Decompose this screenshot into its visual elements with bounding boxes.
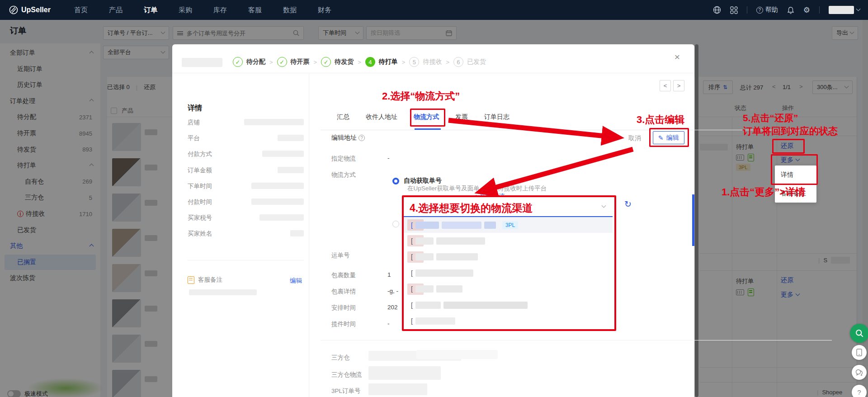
step-circle: ✓ — [321, 57, 331, 67]
nav-item-首页[interactable]: 首页 — [74, 6, 88, 14]
redacted-detail-value — [290, 230, 304, 236]
prev-order-button[interactable]: < — [660, 80, 671, 91]
step-label: 待开票 — [291, 58, 310, 66]
redacted-detail-value — [251, 198, 304, 205]
tab-汇总[interactable]: 汇总 — [337, 113, 349, 121]
order-step-已发货: 6已发货 — [453, 57, 486, 67]
nav-item-订单[interactable]: 订单 — [144, 6, 157, 14]
nav-item-财务[interactable]: 财务 — [318, 6, 331, 14]
mobile-phone-icon — [856, 349, 862, 356]
language-globe-icon[interactable] — [713, 6, 721, 14]
detail-label-平台: 平台 — [188, 134, 200, 142]
step-circle: ✓ — [277, 57, 287, 67]
nav-item-产品[interactable]: 产品 — [109, 6, 123, 14]
redacted-value — [416, 350, 498, 359]
warehouse-label: 三方仓 — [331, 354, 350, 362]
quick-search-fab[interactable] — [850, 324, 868, 343]
waybill-label: 运单号 — [331, 251, 350, 260]
logistics-option[interactable]: [3PL — [404, 217, 613, 233]
tab-物流方式[interactable]: 物流方式 — [414, 113, 439, 121]
note-edit-link[interactable]: 编辑 — [290, 277, 302, 285]
notification-bell-icon[interactable] — [787, 6, 794, 14]
detail-label-订单金额: 订单金额 — [188, 166, 212, 175]
order-step-待发货: ✓待发货 — [321, 57, 354, 67]
nav-item-库存[interactable]: 库存 — [213, 6, 227, 14]
step-label: 待打单 — [379, 58, 398, 66]
list-scrollbar-thumb[interactable] — [692, 194, 694, 246]
cancel-button[interactable]: 取消 — [628, 134, 641, 142]
annotation-step2: 2.选择“物流方式” — [382, 90, 460, 103]
help-button[interactable]: ? 帮助 — [756, 6, 778, 14]
step-circle: 5 — [409, 57, 419, 67]
redacted-option-text — [415, 302, 441, 309]
redacted-detail-value — [251, 183, 304, 189]
step-separator-icon: > — [446, 59, 449, 66]
assigned-logistics-value: - — [387, 155, 390, 161]
detail-label-买家姓名: 买家姓名 — [188, 230, 212, 238]
tab-订单日志[interactable]: 订单日志 — [484, 113, 509, 121]
next-order-button[interactable]: > — [673, 80, 684, 91]
detail-tabs: 汇总收件人地址物流方式发票订单日志 — [337, 113, 509, 121]
help-label: 帮助 — [765, 6, 778, 14]
detail-label-店铺: 店铺 — [188, 118, 200, 127]
logistics-option[interactable]: [ — [404, 313, 613, 329]
logistics-option[interactable]: [ — [404, 233, 613, 249]
step-circle: ✓ — [233, 57, 243, 67]
tab-收件人地址[interactable]: 收件人地址 — [366, 113, 397, 121]
faq-help-button[interactable]: ? — [852, 385, 867, 397]
active-tab-underline — [415, 128, 441, 130]
user-account-menu[interactable] — [829, 6, 860, 14]
settings-gear-icon[interactable]: ⚙ — [803, 5, 810, 15]
apps-grid-icon[interactable] — [730, 6, 738, 14]
logistics-option[interactable]: [ — [404, 265, 613, 281]
step-separator-icon: > — [402, 59, 406, 66]
option-bracket: [ — [411, 237, 413, 245]
modal-header: ✓待分配>✓待开票>✓待发货>4待打单>5待揽收>6已发货 × — [172, 44, 694, 73]
logistics-method-label: 物流方式 — [331, 171, 356, 179]
redacted-detail-value — [278, 135, 304, 141]
menu-item-详情[interactable]: 详情 — [775, 165, 816, 184]
service-note-label: 客服备注 — [198, 276, 222, 284]
step-separator-icon: > — [269, 59, 273, 66]
close-icon[interactable]: × — [675, 52, 680, 62]
logistics-dropdown: [3PL[[[[[[ — [404, 197, 613, 328]
nav-item-采购[interactable]: 采购 — [179, 6, 192, 14]
nav-item-客服[interactable]: 客服 — [248, 6, 262, 14]
tab-发票[interactable]: 发票 — [455, 113, 468, 121]
detail-label-买家税号: 买家税号 — [188, 214, 212, 222]
order-step-待分配: ✓待分配 — [233, 57, 265, 67]
service-note-row: 客服备注 — [188, 276, 222, 284]
step-label: 已发货 — [467, 58, 486, 66]
step-label: 待分配 — [246, 58, 265, 66]
logistics-option[interactable]: [ — [404, 249, 613, 265]
redacted-value — [368, 366, 441, 380]
redacted-detail-value — [262, 151, 304, 157]
redacted-detail-value — [259, 214, 304, 221]
edit-address-row: 编辑地址? — [331, 134, 365, 142]
pickup-time-value: - — [387, 320, 390, 327]
redacted-option-text — [415, 269, 473, 277]
option-bracket: [ — [411, 269, 413, 277]
chevron-down-icon — [602, 203, 606, 208]
order-steps: ✓待分配>✓待开票>✓待发货>4待打单>5待揽收>6已发货 — [233, 57, 486, 67]
refresh-icon[interactable]: ↻ — [624, 199, 632, 209]
logistics-option[interactable]: [ — [404, 281, 613, 297]
edit-button[interactable]: ✎编辑 — [653, 131, 684, 144]
step-separator-icon: > — [314, 59, 317, 66]
top-navbar: UpSeller 首页产品订单采购库存客服数据财务 ? 帮助 ⚙ — [0, 0, 868, 20]
option-bracket: [ — [411, 317, 413, 325]
option-bracket: [ — [411, 222, 413, 229]
chat-support-button[interactable] — [852, 365, 867, 380]
logistics-option[interactable]: [ — [404, 297, 613, 313]
app-logo-text: UpSeller — [21, 6, 51, 14]
redacted-option-text — [436, 253, 478, 260]
nav-item-数据[interactable]: 数据 — [283, 6, 297, 14]
app-logo[interactable]: UpSeller — [9, 5, 51, 14]
package-count-label: 包裹数量 — [331, 271, 356, 279]
radio-unselected-icon[interactable] — [392, 221, 399, 227]
mobile-app-button[interactable] — [852, 345, 867, 360]
radio-selected-icon[interactable] — [392, 178, 399, 184]
annotation-step5-line2: 订单将回到对应的状态 — [743, 125, 838, 137]
annotation-step1: 1.点击“更多”>详情 — [722, 185, 805, 199]
order-step-待揽收: 5待揽收 — [409, 57, 442, 67]
